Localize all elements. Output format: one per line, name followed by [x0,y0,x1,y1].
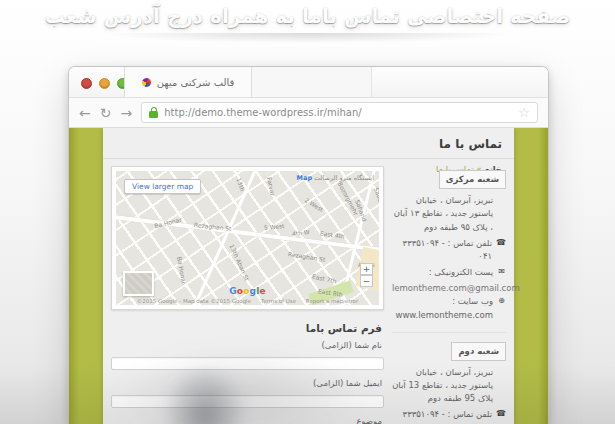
globe-icon: ⊕ [497,295,506,321]
bookmark-star-icon[interactable]: ☆ [518,106,530,119]
street-label: 2 West [304,196,325,213]
back-button[interactable]: ← [79,106,91,120]
title-shadow [0,33,615,47]
contact-sidebar: شعبه مرکزی تبریز، آبرسان ، خیابان پاستور… [392,170,506,424]
page-title: صفحه اختصاصی تماس باما به همراه درج آدرس… [0,4,615,28]
phone-icon: ☎ [496,237,506,263]
branch-email-label: پست الکترونیکی : [429,266,493,279]
envelope-icon: ✉ [497,266,506,279]
email-row: ✉ پست الکترونیکی : [392,266,506,279]
reload-button[interactable]: ↻ [100,106,112,120]
branch-website: وب سایت : www.lemontheme.com [392,295,493,321]
address-row: تبریز، آبرسان ، خیابان پاستور جدید ، تقا… [392,366,506,406]
contact-form: فرم تماس باما نام شما (الزامی) ایمیل شما… [111,320,384,424]
tab-title: قالب شرکتی میهن [157,77,235,88]
browser-window: قالب شرکتی میهن ← ↻ → http://demo.theme-… [68,66,549,424]
branch-phone: تلفن تماس : ۳۳۳۵۱۰۹۴ - ۰۴۱ [392,237,492,263]
page-header: تماس با ما [103,128,514,159]
branch-name-tag: شعبه مرکزی [439,170,506,189]
forward-button[interactable]: → [120,106,132,120]
secure-lock-icon [149,111,158,118]
name-field-label: نام شما (الزامی) [113,340,382,350]
street-label: Farvar [266,177,277,197]
street-label: Bozorgmehr [337,181,360,217]
browser-tabstrip: قالب شرکتی میهن [69,67,548,98]
phone-icon: ☎ [496,408,506,424]
browser-toolbar: ← ↻ → http://demo.theme-wordpress.ir/mih… [69,98,548,128]
phone-row: ☎ تلفن تماس : ۳۳۳۵۱۰۹۴ - ۰۴۱ [392,237,506,263]
inactive-tab-area [251,67,372,97]
street-label: Rezaghan St [288,250,326,263]
branch-address: تبریز، آبرسان ، خیابان پاستور جدید ، تقا… [392,194,493,234]
street-label: East 4th [320,229,346,239]
street-label: East 7th [312,272,338,284]
map-station-label[interactable]: ایستگاه مترو الرسالت Map [297,174,374,182]
google-map[interactable]: Ba Honar Rezaghan St Rezaghan St 5 West … [116,171,379,305]
branch-phone: تلفن تماس : ۳۳۳۵۱۰۹۴ - ۰۴۱ [392,408,492,424]
branch-address: تبریز، آبرسان ، خیابان پاستور جدید ، تقا… [392,366,493,406]
location-pin-icon [497,366,506,406]
site-favicon-icon [140,76,152,88]
close-window-button[interactable] [81,78,92,89]
view-larger-map-button[interactable]: View larger map [124,179,201,194]
station-name: ایستگاه مترو الرسالت [314,174,374,182]
map-link[interactable]: Map [297,174,313,182]
contact-page-title: تماس با ما [115,137,502,158]
subject-field-label: موضوع [113,416,382,424]
street-label: 13th Aban St [228,243,250,282]
minimize-window-button[interactable] [99,78,110,89]
phone-row: ☎ تلفن تماس : ۳۳۳۵۱۰۹۴ - ۰۴۱ [392,408,506,424]
map-attribution: ©2015 Google - Map data ©2015 Google Ter… [116,298,379,304]
street-label: Ba Honar [176,256,188,285]
branch-central: شعبه مرکزی تبریز، آبرسان ، خیابان پاستور… [392,170,506,333]
branch-second: شعبه دوم تبریز، آبرسان ، خیابان پاستور ج… [392,342,506,424]
street-label: Ba Honar [154,216,183,230]
browser-tab[interactable]: قالب شرکتی میهن [124,67,252,97]
street-label: 5 West [264,222,285,231]
zoom-in-button[interactable]: + [360,263,373,275]
map-zoom-control: + − [360,263,373,287]
map-report-link[interactable]: Report a map error [306,298,358,304]
browser-viewport: تماس با ما خانه » تماس با ما Ba Hon [69,128,548,424]
webpage-content: تماس با ما خانه » تماس با ما Ba Hon [103,128,514,424]
google-logo: Google [229,286,266,296]
map-copyright: ©2015 Google - Map data ©2015 Google [137,298,251,304]
name-input[interactable] [111,357,384,370]
screenshot-stage: صفحه اختصاصی تماس باما به همراه درج آدرس… [0,0,615,424]
map-terms-link[interactable]: Terms of Use [261,298,296,304]
email-input[interactable] [111,395,384,408]
url-text: http://demo.theme-wordpress.ir/mihan/ [164,107,361,118]
location-pin-icon [497,194,506,234]
address-bar[interactable]: http://demo.theme-wordpress.ir/mihan/ ☆ [141,102,538,123]
window-controls [81,78,128,89]
branch-email-address[interactable]: lemontheme.com@gmail.com [392,282,506,295]
street-label: 13th [235,177,246,192]
street-label: 4th W [292,228,310,237]
branch-name-tag: شعبه دوم [451,342,506,361]
website-row: ⊕ وب سایت : www.lemontheme.com [392,295,506,321]
address-row: تبریز، آبرسان ، خیابان پاستور جدید ، تقا… [392,194,506,234]
map-thumbnail[interactable] [123,271,154,296]
email-field-label: ایمیل شما (الزامی) [113,378,382,388]
street-label: Saban [373,186,379,206]
map-embed: Ba Honar Rezaghan St Rezaghan St 5 West … [111,166,384,310]
zoom-out-button[interactable]: − [360,275,373,287]
form-title: فرم تماس باما [113,322,382,334]
